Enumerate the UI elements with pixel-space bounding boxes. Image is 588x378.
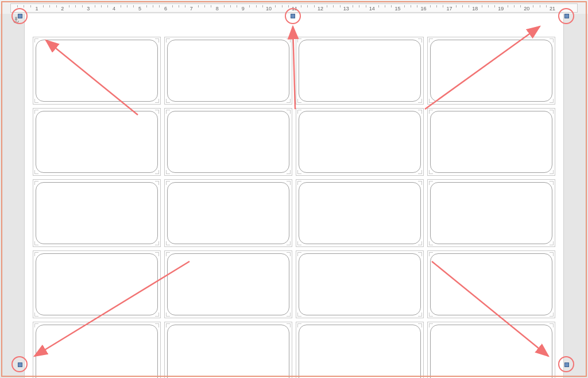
workspace-margin-right [564,14,588,378]
label-rounded-inner [36,253,158,315]
label-rounded-inner [167,182,289,244]
ruler-tick-label: 17 [446,6,452,11]
document-page[interactable] [24,14,564,378]
label-cell[interactable] [296,322,424,378]
horizontal-ruler[interactable]: 123456789101112131415161718192021 [10,3,578,13]
label-cell[interactable] [164,179,292,247]
label-rounded-inner [299,111,421,173]
label-rounded-inner [299,253,421,315]
label-rounded-inner [299,182,421,244]
label-rounded-inner [430,111,552,173]
label-rounded-inner [36,182,158,244]
workspace-margin-left [0,14,24,378]
ruler-tick-label: 16 [421,6,427,11]
label-rounded-inner [430,253,552,315]
label-cell[interactable] [427,108,555,176]
label-cell[interactable] [33,179,161,247]
label-rounded-inner [36,40,158,102]
label-cell[interactable] [427,179,555,247]
ruler-tick-label: 11 [292,6,297,11]
ruler-tick-label: 14 [369,6,375,11]
label-rounded-inner [167,325,289,378]
ruler-tick-label: 4 [113,6,115,11]
label-cell[interactable] [164,108,292,176]
handle-top-mid[interactable] [291,14,295,18]
ruler-tick-label: 12 [318,6,323,11]
label-rounded-inner [167,111,289,173]
label-rounded-inner [430,40,552,102]
ruler-tick-label: 15 [395,6,401,11]
ruler-tick-label: 8 [216,6,219,11]
ruler-tick-label: 21 [550,6,555,11]
ruler-tick-label: 1 [35,6,38,11]
label-cell[interactable] [296,179,424,247]
label-cell[interactable] [427,37,555,105]
ruler-tick-label: 9 [242,6,245,11]
anchor-icon [12,16,20,24]
ruler-tick-label: 6 [164,6,167,11]
label-rounded-inner [167,40,289,102]
ruler-tick-label: 2 [61,6,64,11]
label-rounded-inner [430,325,552,378]
label-cell[interactable] [296,250,424,318]
label-cell[interactable] [164,322,292,378]
ruler-tick-label: 20 [524,6,529,11]
label-rounded-inner [299,40,421,102]
ruler-tick-label: 18 [472,6,478,11]
label-cell[interactable] [427,250,555,318]
label-rounded-inner [167,253,289,315]
ruler-tick-label: 7 [190,6,193,11]
label-rounded-inner [36,325,158,378]
ruler-tick-label: 3 [87,6,90,11]
handle-bottom-left[interactable] [18,362,22,367]
label-cell[interactable] [296,108,424,176]
label-cell[interactable] [33,108,161,176]
ruler-tick-label: 5 [138,6,141,11]
label-cell[interactable] [296,37,424,105]
label-rounded-inner [299,325,421,378]
label-cell[interactable] [427,322,555,378]
ruler-tick-label: 13 [343,6,349,11]
label-rounded-inner [430,182,552,244]
handle-top-right[interactable] [564,14,569,18]
label-cell[interactable] [164,37,292,105]
label-cell[interactable] [33,37,161,105]
ruler-tick-label: 19 [498,6,504,11]
label-cell[interactable] [33,322,161,378]
handle-bottom-right[interactable] [564,362,569,367]
svg-point-0 [16,17,17,18]
label-rounded-inner [36,111,158,173]
label-cell[interactable] [33,250,161,318]
ruler-tick-label: 10 [266,6,272,11]
label-grid [33,37,555,378]
label-cell[interactable] [164,250,292,318]
